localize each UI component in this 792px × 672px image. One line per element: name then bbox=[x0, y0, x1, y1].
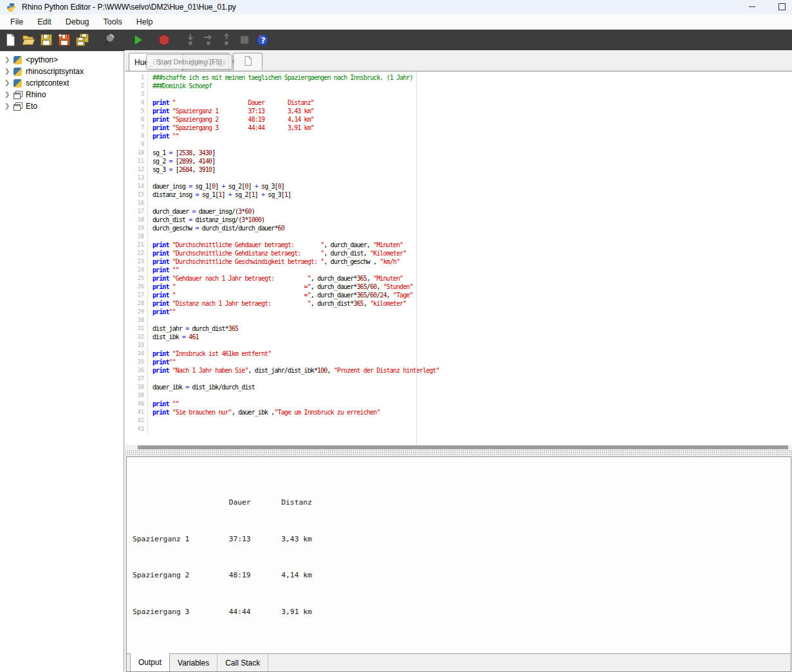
chevron-right-icon[interactable]: ❯ bbox=[5, 68, 10, 75]
help-icon[interactable]: ? bbox=[254, 32, 271, 48]
line-number: 24 bbox=[125, 266, 148, 274]
module-tree-sidebar: ❯ <python> ❯ rhinoscriptsyntax ❯ scriptc… bbox=[0, 51, 124, 672]
code-line: 27 print " =", durch_dauer*365/60/24, "T… bbox=[125, 291, 792, 299]
line-number: 6 bbox=[125, 115, 148, 124]
code-line: 38 dauer_ibk = dist_ibk/durch_dist bbox=[125, 383, 792, 391]
output-tab-strip: Output Variables Call Stack bbox=[127, 653, 791, 671]
line-number: 10 bbox=[125, 149, 148, 157]
line-number: 3 bbox=[125, 90, 148, 98]
line-number: 23 bbox=[125, 257, 148, 266]
save-icon[interactable] bbox=[38, 32, 55, 48]
line-number: 27 bbox=[125, 291, 148, 299]
line-number: 14 bbox=[125, 182, 148, 191]
line-number: 43 bbox=[125, 425, 148, 433]
code-line: 10 sg_1 = [2538, 3430] bbox=[125, 149, 792, 157]
output-line bbox=[133, 644, 791, 653]
panel-splitter[interactable] bbox=[125, 451, 792, 456]
tab-output[interactable]: Output bbox=[130, 653, 170, 671]
code-line: 28 print "Distanz nach 1 Jahr betraegt: … bbox=[125, 299, 792, 308]
line-number: 13 bbox=[125, 174, 148, 182]
line-number: 5 bbox=[125, 107, 148, 115]
code-line: 21 print "Durchschnittliche Gehdauer bet… bbox=[125, 241, 792, 249]
line-number: 1 bbox=[125, 73, 148, 82]
line-number: 30 bbox=[125, 316, 148, 324]
editor-tab-strip: Hue_01.py ✕ Hue_01.py ✕ Start Debugging … bbox=[125, 50, 792, 71]
break-icon[interactable] bbox=[156, 32, 172, 48]
code-line: 26 print " =", durch_dauer*365/60, "Stun… bbox=[125, 283, 792, 291]
maximize-button[interactable] bbox=[767, 0, 792, 14]
tree-item[interactable]: ❯ Rhino bbox=[0, 89, 124, 100]
menu-item[interactable]: File bbox=[3, 14, 30, 30]
menu-item[interactable]: Help bbox=[129, 14, 160, 30]
code-line: 5 print "Spazierganz 1 37:13 3,43 km" bbox=[125, 107, 792, 115]
tree-item[interactable]: ❯ Eto bbox=[0, 100, 124, 112]
menu-item[interactable]: Tools bbox=[97, 14, 129, 30]
toolbar: ? bbox=[0, 30, 792, 51]
line-number: 31 bbox=[125, 324, 148, 333]
step-over-icon[interactable] bbox=[200, 32, 217, 48]
menu-item[interactable]: Debug bbox=[59, 14, 97, 30]
save-all-icon[interactable] bbox=[74, 32, 91, 48]
code-line: 22 print "Durchschnittliche Gehdistanz b… bbox=[125, 249, 792, 257]
line-number: 35 bbox=[125, 358, 148, 366]
line-number: 21 bbox=[125, 241, 148, 249]
editor-horizontal-scrollbar[interactable] bbox=[125, 445, 792, 451]
line-number: 16 bbox=[125, 199, 148, 207]
scrollbar-thumb[interactable] bbox=[138, 445, 788, 449]
new-document-icon bbox=[243, 55, 253, 68]
code-line: 34 print "Innsbruck ist 461km entfernt" bbox=[125, 350, 792, 358]
output-console: Dauer Distanz Spazierganz 1 37:13 3,43 k… bbox=[127, 457, 791, 654]
code-line: 18 durch_dist = distanz_insg/(3*1000) bbox=[125, 216, 792, 224]
tree-item[interactable]: ❯ <python> bbox=[0, 54, 124, 66]
line-number: 4 bbox=[125, 98, 148, 107]
code-line: 30 bbox=[125, 316, 792, 324]
code-line: 31 dist_jahr = durch_dist*365 bbox=[125, 324, 792, 333]
tree-item-icon bbox=[14, 79, 22, 88]
code-line: 6 print "Spaziergang 2 48:19 4,14 km" bbox=[125, 115, 792, 124]
tree-item-icon bbox=[14, 68, 22, 76]
line-number: 38 bbox=[125, 383, 148, 391]
code-line: 11 sg_2 = [2899, 4140] bbox=[125, 157, 792, 165]
chevron-right-icon[interactable]: ❯ bbox=[5, 80, 10, 86]
run-icon[interactable] bbox=[129, 32, 146, 48]
code-line: 7 print "Spaziergang 3 44:44 3,91 km" bbox=[125, 124, 792, 132]
output-panel: Dauer Distanz Spazierganz 1 37:13 3,43 k… bbox=[126, 456, 791, 672]
step-out-icon[interactable] bbox=[218, 32, 235, 48]
tree-item-icon bbox=[14, 91, 22, 99]
code-line: 1 ###schaffe ich es mit meinen taegliche… bbox=[125, 73, 792, 82]
code-line: 25 print "Gehdauer nach 1 Jahr betraegt:… bbox=[125, 274, 792, 283]
code-editor[interactable]: 1 ###schaffe ich es mit meinen taegliche… bbox=[125, 71, 792, 445]
chevron-right-icon[interactable]: ❯ bbox=[5, 103, 10, 109]
line-number: 37 bbox=[125, 375, 148, 383]
code-line: 23 print "Durchschnittliche Geschwindigk… bbox=[125, 257, 792, 266]
open-file-icon[interactable] bbox=[20, 32, 37, 48]
tab-new-file[interactable] bbox=[233, 53, 262, 70]
line-number: 15 bbox=[125, 191, 148, 199]
line-number: 29 bbox=[125, 308, 148, 316]
minimize-button[interactable] bbox=[737, 0, 767, 14]
new-file-icon[interactable] bbox=[2, 32, 19, 48]
stop-icon[interactable] bbox=[236, 32, 253, 48]
tree-item[interactable]: ❯ scriptcontext bbox=[0, 77, 124, 89]
save-as-icon[interactable] bbox=[56, 32, 73, 48]
menu-item[interactable]: Edit bbox=[30, 14, 59, 30]
tab-variables[interactable]: Variables bbox=[170, 654, 217, 671]
search-icon[interactable] bbox=[102, 32, 118, 48]
code-line: 20 bbox=[125, 232, 792, 241]
tree-item[interactable]: ❯ rhinoscriptsyntax bbox=[0, 66, 124, 77]
line-number: 34 bbox=[125, 350, 148, 358]
tree-item-icon bbox=[14, 102, 22, 111]
chevron-right-icon[interactable]: ❯ bbox=[5, 57, 10, 63]
tab-call-stack[interactable]: Call Stack bbox=[217, 654, 268, 671]
line-number: 2 bbox=[125, 82, 148, 90]
output-line: Spaziergang 3 44:44 3,91 km bbox=[133, 608, 791, 617]
tree-item-label: scriptcontext bbox=[26, 79, 69, 88]
code-line: 33 bbox=[125, 341, 792, 350]
line-number: 33 bbox=[125, 341, 148, 350]
code-line: 36 print "Nach 1 Jahr haben Sie", dist_j… bbox=[125, 366, 792, 375]
code-line: 3 bbox=[125, 90, 792, 98]
code-line: 4 print " Dauer Distanz" bbox=[125, 98, 792, 107]
chevron-right-icon[interactable]: ❯ bbox=[5, 91, 10, 98]
step-into-icon[interactable] bbox=[182, 32, 199, 48]
line-number: 12 bbox=[125, 165, 148, 174]
